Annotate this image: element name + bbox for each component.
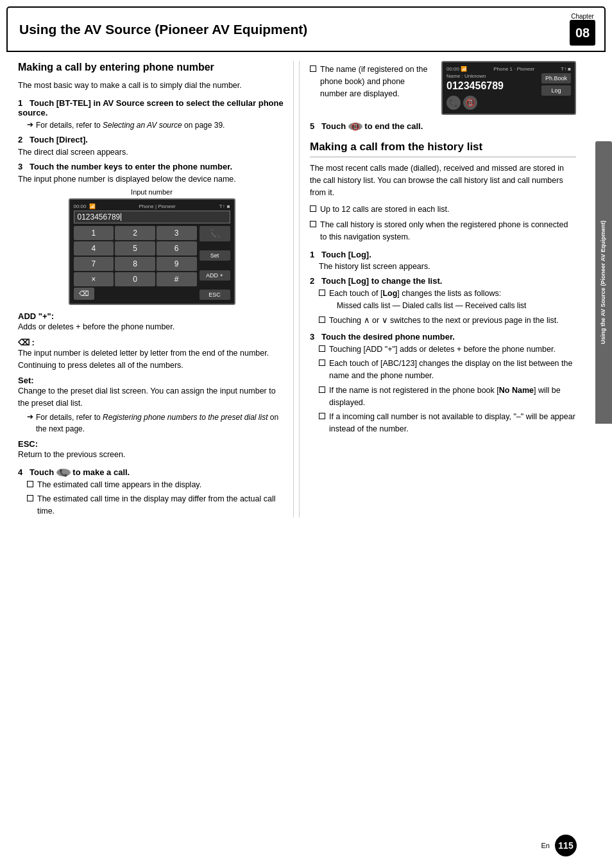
step-4-bullet-1: The estimated call time appears in the d… [27,479,285,491]
h-step-3-bullet-2: Each touch of [ABC/123] changes the disp… [319,358,576,382]
main-content: Making a call by entering phone number T… [6,52,606,526]
ps-phone-label: Phone | Pioneer [139,204,176,209]
key-1[interactable]: 1 [74,226,114,240]
history-section: Making a call from the history list The … [310,140,576,435]
h-step-3-heading: 3 Touch the desired phone number. [310,332,576,342]
h-step-1: 1 Touch [Log]. The history list screen a… [310,250,576,273]
right-column: 00:00 📶 Phone 1 · Pioneer T↑ ■ Name : Un… [305,61,597,517]
rps-time: 00:00 📶 [446,66,467,72]
history-bullet-1: Up to 12 calls are stored in each list. [310,204,576,216]
set-note-text: For details, refer to Registering phone … [36,412,285,435]
left-intro: The most basic way to make a call is to … [18,80,285,92]
rps-antenna-icon: T↑ [561,66,566,72]
rps-log-btn[interactable]: Log [541,85,571,96]
step-1-heading: 1 Touch [BT-TEL] in AV Source screen to … [18,98,285,117]
step-2: 2 Touch [Direct]. The direct dial screen… [18,135,285,159]
page-header: Using the AV Source (Pioneer AV Equipmen… [6,6,606,52]
right-phone-mockup: 00:00 📶 Phone 1 · Pioneer T↑ ■ Name : Un… [441,61,576,115]
h-step-2-bullet-1: Each touch of [Log] changes the lists as… [319,288,576,312]
backspace-term: ⌫ : [18,338,35,347]
bullet-square-icon [319,386,325,393]
chapter-number: 08 [570,20,595,46]
input-number-label: Input number [18,188,285,196]
step-4-heading: 4 Touch 📞 to make a call. [18,467,285,477]
step-1: 1 Touch [BT-TEL] in AV Source screen to … [18,98,285,131]
ps-battery-icon: ■ [227,204,230,209]
btn-set[interactable]: Set [200,250,230,261]
bullet-square-icon [27,495,33,501]
bullet-square-icon [319,360,325,366]
key-9[interactable]: 9 [157,257,197,271]
key-3[interactable]: 3 [157,226,197,240]
add-plus-def: ADD "+": Adds or deletes + before the ph… [18,311,285,333]
bullet-square-icon [27,481,33,487]
call-icon[interactable]: 📞 [200,226,230,241]
bullet-square-icon [310,205,316,212]
step-4-bullet-2: The estimated call time in the display m… [27,493,285,517]
set-text: Change to the preset dial list screen. Y… [18,386,276,408]
add-plus-text: Adds or deletes + before the phone numbe… [18,322,174,331]
bullet-square-icon [319,413,325,419]
backspace-def: ⌫ : The input number is deleted letter b… [18,338,285,372]
bullet-square-icon [319,317,325,323]
footer: En 115 [541,835,577,856]
ps-time: 00:00 [74,204,87,209]
key-back[interactable]: ⌫ [74,288,94,300]
backspace-text: The input number is deleted letter by le… [18,349,269,370]
esc-term: ESC [18,439,35,449]
chapter-badge: Chapter 08 [570,13,595,46]
h-step-2: 2 Touch [Log] to change the list. Each t… [310,276,576,326]
footer-lang: En [541,842,550,849]
h-step-3-bullet-3: If the name is not registered in the pho… [319,385,576,409]
btn-esc[interactable]: ESC [200,290,230,300]
add-plus-term: ADD "+": [18,311,54,321]
rps-call-icon[interactable]: 📞 [446,96,461,110]
ps-signal-icon: 📶 [89,204,96,209]
key-5[interactable]: 5 [115,241,155,256]
footer-page: 115 [555,835,577,856]
key-4[interactable]: 4 [74,241,114,256]
left-section-title: Making a call by entering phone number [18,61,285,74]
history-title: Making a call from the history list [310,140,576,157]
rps-battery-icon: ■ [568,66,571,72]
rps-name: Name : Unknown [446,73,541,79]
rps-label: Phone 1 · Pioneer [493,66,534,72]
key-hash[interactable]: # [157,272,197,286]
ps-antenna-icon: T↑ [219,204,225,209]
h-step-3: 3 Touch the desired phone number. Touchi… [310,332,576,435]
bullet-square-icon [319,290,325,296]
bullet-square-icon [310,65,316,72]
history-bullet-2: The call history is stored only when the… [310,219,576,243]
side-tab: Using the AV Source (Pioneer AV Equipmen… [595,141,612,424]
step-5: 5 Touch 📵 to end the call. [310,121,576,131]
key-7[interactable]: 7 [74,257,114,271]
esc-def: ESC: Return to the previous screen. [18,439,285,461]
rps-phbook-btn[interactable]: Ph.Book [541,73,571,83]
set-def: Set: Change to the preset dial list scre… [18,376,285,435]
history-intro: The most recent calls made (dialled), re… [310,162,576,198]
h-step-3-bullet-1: Touching [ADD "+"] adds or deletes + bef… [319,343,576,356]
key-0[interactable]: 0 [115,272,155,286]
note-arrow-icon: ➔ [27,120,33,129]
btn-add[interactable]: ADD + [200,270,230,281]
key-star[interactable]: × [74,272,114,286]
set-term: Set [18,376,31,385]
page-title: Using the AV Source (Pioneer AV Equipmen… [19,22,307,37]
right-bullet-name: The name (if registered on the phone boo… [310,64,434,100]
set-note-arrow: ➔ [27,412,33,421]
h-step-1-body: The history list screen appears. [319,261,576,273]
bullet-square-icon [319,345,325,352]
h-step-1-heading: 1 Touch [Log]. [310,250,576,259]
input-number-container: Input number 00:00 📶 Phone | Pioneer T↑ … [18,188,285,305]
phone-screen-mockup: 00:00 📶 Phone | Pioneer T↑ ■ 0123456789 [69,198,235,305]
step-2-body: The direct dial screen appears. [18,146,285,159]
rps-number-display: 0123456789 [446,80,541,92]
step-3: 3 Touch the number keys to enter the pho… [18,162,285,186]
rps-end-icon[interactable]: 📵 [463,96,477,110]
step-3-body: The input phone number is displayed belo… [18,173,285,186]
ps-cursor [121,213,121,221]
key-2[interactable]: 2 [115,226,155,240]
key-8[interactable]: 8 [115,257,155,271]
step-3-heading: 3 Touch the number keys to enter the pho… [18,162,285,171]
key-6[interactable]: 6 [157,241,197,256]
